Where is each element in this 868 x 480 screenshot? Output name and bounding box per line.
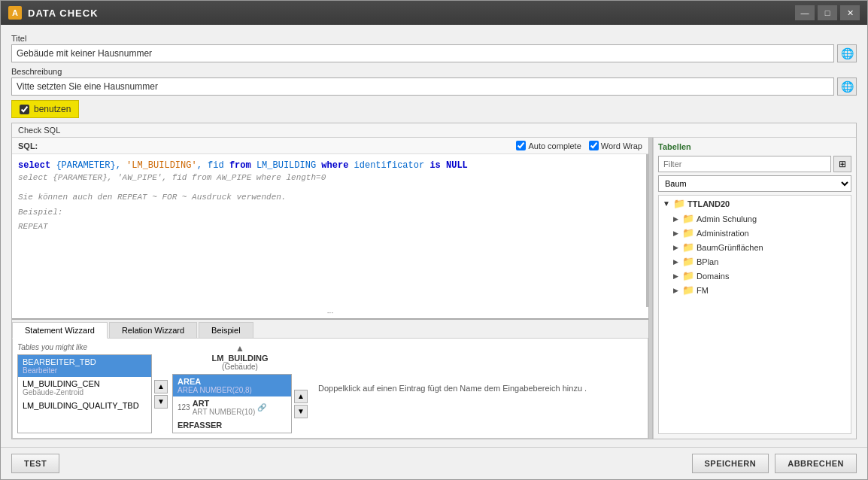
footer-right: SPEICHERN ABBRECHEN [692,454,857,473]
field-type: ART NUMBER(10) [193,408,256,416]
wizard-area: Statement Wizzard Relation Wizzard Beisp… [12,318,648,439]
tables-label: Tables you might like [17,343,168,351]
tabs-row: Statement Wizzard Relation Wizzard Beisp… [12,320,648,339]
field-name: ERFASSER [178,421,222,430]
beschreibung-globe-button[interactable]: 🌐 [837,77,857,96]
folder-icon: 📁 [682,242,694,253]
sql-placeholder-1: select {PARAMETER}, 'AW_PIPE', fid from … [18,171,640,186]
link-icon: 🔗 [257,403,269,412]
field-scroll-down-button[interactable]: ▼ [294,405,308,418]
tree-expand-icon: ▶ [671,214,680,223]
beschreibung-input[interactable] [11,77,834,96]
benutzen-label: benutzen [34,104,71,114]
footer: TEST SPEICHERN ABBRECHEN [1,447,867,479]
tab-statement-wizzard[interactable]: Statement Wizzard [12,322,108,339]
table-list-item[interactable]: LM_BUILDING_CEN Gebäude-Zentroid [18,377,151,399]
table-scroll-buttons: ▲ ▼ [154,354,168,433]
table-name: LM_BUILDING_QUALITY_TBD [23,401,147,410]
titel-input[interactable] [11,44,834,62]
abbrechen-button[interactable]: ABBRECHEN [775,454,857,473]
auto-complete-checkbox[interactable] [516,141,526,150]
tabellen-panel: Tabellen ⊞ Baum Liste ▼ 📁 TTLAND20 [653,138,856,439]
speichern-button[interactable]: SPEICHERN [692,454,769,473]
scroll-down-button[interactable]: ▼ [154,395,168,409]
titel-globe-button[interactable]: 🌐 [837,44,857,62]
test-button[interactable]: TEST [11,454,59,473]
auto-complete-label: Auto complete [528,141,581,150]
sql-placeholder-3: Beispiel: [18,205,640,220]
sql-placeholder-2: Sie können auch den REPEAT ~ FOR ~ Ausdr… [18,190,640,205]
app-icon: A [8,6,22,20]
lm-building-sub: (Gebäude) [222,363,258,371]
benutzen-row: benutzen [11,100,79,118]
benutzen-checkbox[interactable] [20,105,29,114]
window-controls: — □ ✕ [795,5,860,20]
word-wrap-checkbox[interactable] [589,141,599,150]
table-list-item[interactable]: BEARBEITER_TBD Bearbeiter [18,355,151,377]
sql-line-1: select {PARAMETER}, 'LM_BUILDING', fid f… [18,160,640,171]
lm-field-item[interactable]: AREA AREA NUMBER(20,8) [173,375,291,396]
field-scroll-up-button[interactable]: ▲ [294,390,308,403]
lm-fields-list[interactable]: AREA AREA NUMBER(20,8) 123 ART [172,374,292,433]
table-list-item[interactable]: LM_BUILDING_QUALITY_TBD [18,399,151,412]
folder-icon: 📁 [682,256,694,267]
scroll-up-button[interactable]: ▲ [154,380,168,393]
tabellen-title: Tabellen [658,142,851,151]
sql-editor[interactable]: select {PARAMETER}, 'LM_BUILDING', fid f… [12,154,648,307]
auto-complete-row: Auto complete [516,141,581,150]
filter-row: ⊞ [658,156,851,172]
wizard-content: Tables you might like BEARBEITER_TBD Bea… [12,339,648,439]
beschreibung-row: 🌐 [11,77,857,96]
tables-panel: Tables you might like BEARBEITER_TBD Bea… [17,343,168,433]
folder-icon: 📁 [682,270,694,281]
tree-item-domains[interactable]: ▶ 📁 Domains [659,269,851,283]
sql-label: SQL: [18,141,38,150]
tree-root[interactable]: ▼ 📁 TTLAND20 [659,196,851,211]
table-sub: Bearbeiter [23,366,147,375]
hint-panel: Doppelklick auf einen Eintrag fügt den N… [312,343,643,433]
title-bar: A DATA CHECK — □ ✕ [1,1,867,25]
window-title: DATA CHECK [28,8,789,19]
tree-item-label: BPlan [697,257,718,266]
tree-item-administration[interactable]: ▶ 📁 Administration [659,226,851,240]
hint-text: Doppelklick auf einen Eintrag fügt den N… [318,382,587,395]
lm-field-item[interactable]: ERFASSER [173,418,291,432]
field-scroll-buttons: ▲ ▼ [294,374,308,433]
tree-item-label: FM [697,286,709,295]
baum-dropdown[interactable]: Baum Liste [658,175,851,192]
resize-handle[interactable]: ··· [12,307,648,318]
tab-beispiel[interactable]: Beispiel [199,322,253,338]
lm-field-item[interactable]: ART ART NUMBER(10) [193,399,256,416]
tree-root-label: TTLAND20 [687,199,730,208]
sql-area: SQL: Auto complete Word Wrap [12,138,648,439]
titel-row: 🌐 [11,44,857,62]
folder-icon: 📁 [682,213,694,224]
table-name: BEARBEITER_TBD [23,357,147,366]
main-area: SQL: Auto complete Word Wrap [12,138,856,439]
tree-expand-icon: ▶ [671,286,680,295]
field-name: ART [193,399,210,408]
table-name: LM_BUILDING_CEN [23,379,147,388]
filter-input[interactable] [658,156,831,172]
check-sql-header: Check SQL [12,123,856,138]
beschreibung-section: Beschreibung 🌐 [11,67,857,96]
main-content: Titel 🌐 Beschreibung 🌐 benutzen Check SQ… [1,25,867,447]
lm-building-title: LM_BUILDING [211,354,268,363]
tree-expand-icon: ▶ [671,272,680,281]
tree-item-fm[interactable]: ▶ 📁 FM [659,283,851,297]
filter-button[interactable]: ⊞ [833,156,851,172]
maximize-button[interactable]: □ [818,5,837,20]
tree-item-baumgrunflachen[interactable]: ▶ 📁 BaumGrünflächen [659,240,851,254]
folder-icon-root: 📁 [673,198,685,209]
titel-label: Titel [11,34,857,43]
tree-container: ▼ 📁 TTLAND20 ▶ 📁 Admin Schulung ▶ 📁 [658,195,851,434]
tab-relation-wizzard[interactable]: Relation Wizzard [109,322,197,338]
sql-toolbar: SQL: Auto complete Word Wrap [12,138,648,154]
table-list[interactable]: BEARBEITER_TBD Bearbeiter LM_BUILDING_CE… [17,354,152,433]
minimize-button[interactable]: — [795,5,815,20]
tree-item-bplan[interactable]: ▶ 📁 BPlan [659,254,851,269]
word-wrap-row: Word Wrap [589,141,642,150]
sql-toolbar-right: Auto complete Word Wrap [516,141,642,150]
close-button[interactable]: ✕ [840,5,860,20]
tree-item-admin-schulung[interactable]: ▶ 📁 Admin Schulung [659,211,851,226]
